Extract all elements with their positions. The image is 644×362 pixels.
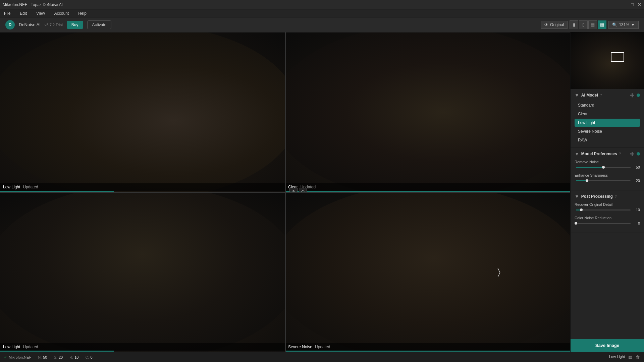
- quad-bl-model: Low Light: [3, 345, 20, 349]
- remove-noise-thumb[interactable]: [602, 166, 605, 169]
- menu-edit[interactable]: Edit: [18, 10, 28, 16]
- remove-noise-fill: [576, 167, 603, 168]
- label-top-right: Clear Updated: [285, 183, 570, 192]
- model-prefs-collapse[interactable]: ▼: [575, 151, 579, 157]
- model-raw[interactable]: RAW: [575, 136, 640, 144]
- model-severe-noise[interactable]: Severe Noise: [575, 127, 640, 135]
- status-r: R: 10: [69, 355, 78, 359]
- post-proc-collapse[interactable]: ▼: [575, 194, 579, 199]
- menubar: File Edit View Account Help: [0, 9, 644, 17]
- n-value: 50: [43, 355, 47, 359]
- model-preferences-header: ▼ Model Preferences ? ➕: [575, 151, 640, 157]
- recover-detail-group: Recover Original Detail 10: [575, 202, 640, 212]
- ai-model-active-dot: [637, 94, 640, 97]
- remove-noise-label: Remove Noise: [575, 160, 640, 164]
- section-title-row: ▼ AI Model ?: [575, 93, 602, 98]
- preview-thumbnail: [571, 32, 644, 89]
- post-proc-help-icon[interactable]: ?: [615, 195, 617, 198]
- image-top-right: [285, 33, 570, 192]
- remove-noise-track[interactable]: [576, 167, 631, 168]
- status-copy-icon[interactable]: ▦: [628, 355, 632, 360]
- enhance-sharpness-group: Enhance Sharpness 20: [575, 173, 640, 183]
- ai-model-add-icon: ➕: [630, 93, 635, 98]
- save-image-button[interactable]: Save Image: [571, 339, 644, 352]
- model-prefs-help-icon[interactable]: ?: [619, 152, 621, 156]
- close-button[interactable]: ✕: [638, 2, 641, 7]
- quad-top-left[interactable]: Low Light Updated: [0, 32, 285, 192]
- view-quad-button[interactable]: ▦: [598, 20, 606, 29]
- maximize-button[interactable]: □: [631, 2, 634, 7]
- original-button[interactable]: 👁 Original: [541, 21, 568, 29]
- label-bottom-right: Severe Noise Updated: [285, 343, 570, 352]
- center-controls: ⊕ ⊖: [289, 188, 307, 192]
- minimize-button[interactable]: –: [625, 2, 627, 7]
- post-processing-title: Post Processing: [581, 194, 613, 199]
- quad-bl-progress: [0, 351, 114, 352]
- status-delete-icon[interactable]: 🗑: [636, 355, 640, 360]
- color-noise-value: 0: [632, 221, 640, 225]
- model-clear[interactable]: Clear: [575, 110, 640, 118]
- remove-noise-value: 50: [632, 165, 640, 169]
- quad-top-right[interactable]: ⊕ ⊖ Clear Updated: [285, 32, 570, 192]
- quad-br-progress: [285, 351, 570, 352]
- quad-bottom-right[interactable]: 〉 Severe Noise Updated: [285, 192, 570, 352]
- view-single-button[interactable]: ▮: [570, 20, 578, 29]
- s-label: S:: [54, 355, 57, 359]
- view-split-h-button[interactable]: ▤: [588, 20, 597, 29]
- zoom-icon: 🔍: [612, 22, 617, 27]
- view-controls: 👁 Original ▮ ▯ ▤ ▦ 🔍 131% ▼: [541, 20, 639, 29]
- preview-selection-rect: [611, 52, 624, 62]
- color-noise-row: 0: [575, 221, 640, 225]
- enhance-sharpness-value: 20: [632, 179, 640, 183]
- recover-detail-value: 10: [632, 208, 640, 212]
- eye-icon: 👁: [544, 22, 548, 27]
- app-version: v3.7.2 Trial: [45, 23, 63, 27]
- remove-noise-group: Remove Noise 50: [575, 160, 640, 169]
- color-noise-track[interactable]: [576, 223, 631, 224]
- post-processing-header: ▼ Post Processing ?: [575, 194, 640, 199]
- status-s: S: 20: [54, 355, 63, 359]
- canvas-area[interactable]: Low Light Updated ⊕ ⊖ Clear Updated: [0, 32, 570, 352]
- quad-tl-status: Updated: [23, 185, 38, 189]
- horizontal-divider: [0, 192, 570, 193]
- quad-tl-progress: [0, 191, 114, 192]
- buy-button[interactable]: Buy: [67, 21, 83, 29]
- recover-detail-thumb[interactable]: [580, 208, 583, 211]
- ai-model-title: AI Model: [581, 93, 598, 98]
- ai-model-help-icon[interactable]: ?: [600, 94, 602, 97]
- activate-button[interactable]: Activate: [87, 20, 112, 29]
- enhance-sharpness-track[interactable]: [576, 180, 631, 181]
- zoom-out-button[interactable]: ⊖: [299, 188, 307, 192]
- post-processing-section: ▼ Post Processing ? Recover Original Det…: [571, 190, 644, 233]
- view-split-v-button[interactable]: ▯: [579, 20, 588, 29]
- ai-model-section: ▼ AI Model ? ➕ Standard Clear Low Light …: [571, 89, 644, 148]
- status-file: ✓ Mikrofon.NEF: [4, 355, 31, 359]
- c-label: C:: [85, 355, 89, 359]
- menu-file[interactable]: File: [3, 10, 12, 16]
- menu-account[interactable]: Account: [53, 10, 70, 16]
- zoom-in-button[interactable]: ⊕: [289, 188, 298, 192]
- c-value: 0: [90, 355, 92, 359]
- menu-view[interactable]: View: [35, 10, 46, 16]
- quad-bottom-left[interactable]: Low Light Updated: [0, 192, 285, 352]
- panel-spacer: [571, 233, 644, 339]
- menu-help[interactable]: Help: [77, 10, 88, 16]
- zoom-dropdown-icon: ▼: [631, 22, 635, 27]
- model-standard[interactable]: Standard: [575, 101, 640, 109]
- color-noise-group: Color Noise Reduction 0: [575, 216, 640, 225]
- model-low-light[interactable]: Low Light: [575, 119, 640, 127]
- titlebar-controls: – □ ✕: [625, 2, 641, 7]
- ai-model-collapse[interactable]: ▼: [575, 93, 579, 98]
- zoom-control[interactable]: 🔍 131% ▼: [608, 21, 639, 29]
- main-layout: Low Light Updated ⊕ ⊖ Clear Updated: [0, 32, 644, 352]
- image-bottom-left: [0, 192, 285, 352]
- model-list: Standard Clear Low Light Severe Noise RA…: [575, 101, 640, 144]
- recover-detail-track[interactable]: [576, 209, 631, 210]
- status-c: C: 0: [85, 355, 92, 359]
- toolbar: D DeNoise AI v3.7.2 Trial Buy Activate 👁…: [0, 17, 644, 32]
- quad-br-status: Updated: [315, 345, 330, 349]
- color-noise-thumb[interactable]: [575, 222, 577, 225]
- label-bottom-left: Low Light Updated: [0, 343, 285, 352]
- enhance-sharpness-thumb[interactable]: [586, 179, 588, 182]
- label-top-left: Low Light Updated: [0, 183, 285, 192]
